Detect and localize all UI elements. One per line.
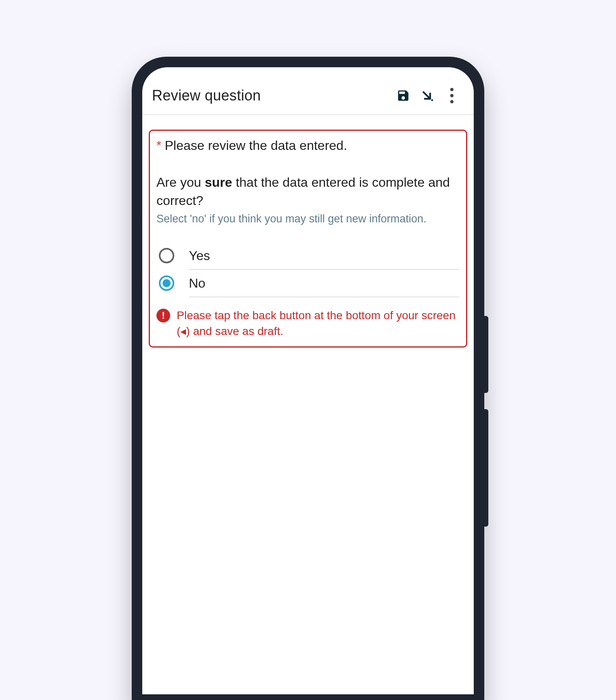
phone-screen: Review question *Pleas [142,67,474,694]
content-area: *Please review the data entered. Are you… [142,115,474,348]
required-star: * [156,138,161,153]
radio-icon-selected [159,275,174,291]
radio-label: No [189,276,205,291]
svg-point-0 [431,99,433,101]
more-options-button[interactable] [440,86,464,105]
question-hint: Select 'no' if you think you may still g… [156,211,460,226]
radio-icon [159,248,174,263]
arrow-down-right-icon [421,89,434,102]
question-intro-text: Please review the data entered. [165,138,347,153]
save-icon [396,89,410,102]
radio-option-no[interactable]: No [156,270,460,297]
phone-side-button [483,316,488,393]
jump-button[interactable] [415,86,440,105]
app-bar: Review question [142,79,474,115]
status-bar-spacer [142,67,474,79]
app-bar-title: Review question [152,87,391,104]
divider [189,297,460,297]
error-icon: ! [156,309,170,322]
save-button[interactable] [391,86,415,105]
validation-error-text: Please tap the back button at the bottom… [177,308,460,339]
phone-side-button [483,409,488,527]
question-card: *Please review the data entered. Are you… [149,130,467,348]
phone-frame: Review question *Pleas [132,57,484,700]
question-main-pre: Are you [156,175,205,190]
validation-error: ! Please tap the back button at the bott… [156,308,460,339]
radio-label: Yes [189,248,210,263]
question-main: Are you sure that the data entered is co… [156,173,460,210]
radio-option-yes[interactable]: Yes [156,242,460,269]
question-main-emphasis: sure [205,175,232,190]
more-vert-icon [450,88,453,103]
question-intro: *Please review the data entered. [156,138,460,153]
